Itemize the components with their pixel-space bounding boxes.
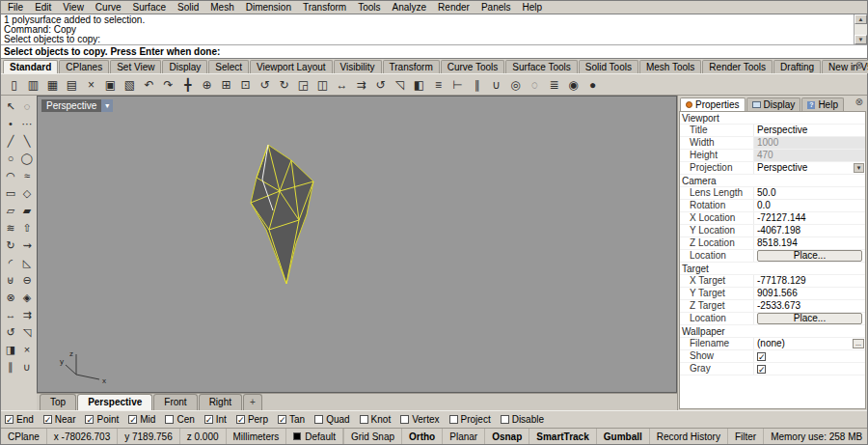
copy-object-icon[interactable]: ⇉ [352, 75, 370, 94]
checkbox[interactable] [757, 352, 766, 361]
osnap-checkbox[interactable] [43, 415, 52, 424]
osnap-mid[interactable]: Mid [128, 414, 155, 425]
ellipse-icon[interactable]: ◯ [19, 150, 36, 167]
toolbar-tab-curve-tools[interactable]: Curve Tools [441, 60, 505, 73]
offset-icon[interactable]: ≡ [429, 75, 448, 94]
split-icon[interactable]: ∥ [468, 75, 486, 94]
revolve-icon[interactable]: ↻ [3, 236, 19, 254]
scroll-down-icon[interactable]: ▼ [854, 35, 867, 44]
polygon-icon[interactable]: ◇ [19, 184, 36, 202]
cut-icon[interactable]: × [82, 75, 100, 94]
menu-help[interactable]: Help [517, 1, 549, 14]
fillet-icon[interactable]: ◜ [3, 254, 19, 271]
toolbar-tab-transform[interactable]: Transform [383, 60, 440, 73]
rotate-object-icon[interactable]: ↺ [371, 75, 390, 94]
dropdown-arrow-icon[interactable]: ▼ [854, 163, 864, 173]
viewport-tab-top[interactable]: Top [40, 394, 76, 410]
property-value[interactable]: -77178.129 [753, 275, 865, 287]
lock-objects-icon[interactable]: ≣ [545, 75, 563, 94]
boolean-intersection-icon[interactable]: ⊗ [3, 289, 19, 306]
property-value[interactable]: Perspective [753, 125, 865, 136]
osnap-checkbox[interactable] [5, 415, 14, 424]
toolbar-tab-standard[interactable]: Standard [3, 60, 58, 73]
zoom-dynamic-icon[interactable]: ⊕ [198, 75, 216, 94]
surface-icon[interactable]: ▱ [3, 202, 19, 219]
menu-file[interactable]: File [2, 1, 29, 14]
sweep-icon[interactable]: ⇝ [19, 236, 36, 254]
menu-view[interactable]: View [57, 1, 90, 14]
toolbar-tab-select[interactable]: Select [208, 60, 249, 73]
status-filter[interactable]: Filter [728, 429, 764, 444]
rotate-view-icon[interactable]: ↻ [275, 75, 293, 94]
rectangle-icon[interactable]: ▭ [3, 184, 19, 202]
status-ortho[interactable]: Ortho [402, 429, 443, 444]
status-cplane[interactable]: CPlane [1, 429, 47, 444]
command-prompt[interactable]: Select objects to copy. Press Enter when… [1, 45, 867, 58]
toolbar-tab-solid-tools[interactable]: Solid Tools [579, 60, 638, 73]
mirror-object-icon[interactable]: ◨ [3, 341, 19, 358]
viewport-tab-front[interactable]: Front [153, 394, 197, 410]
property-value[interactable]: 9091.566 [753, 288, 865, 299]
line-icon[interactable]: ╲ [19, 132, 36, 150]
perspective-viewport[interactable]: x y z Perspective ▼ [37, 96, 677, 393]
point-cloud-icon[interactable]: ⋯ [19, 115, 36, 132]
menu-analyze[interactable]: Analyze [387, 1, 433, 14]
osnap-checkbox[interactable] [278, 415, 286, 424]
osnap-checkbox[interactable] [501, 415, 509, 424]
osnap-point[interactable]: Point [85, 414, 119, 425]
object-properties-icon[interactable]: ◉ [564, 75, 583, 94]
freeform-curve-icon[interactable]: ≈ [19, 167, 36, 184]
pan-view-icon[interactable]: ╋ [178, 75, 197, 94]
osnap-checkbox[interactable] [360, 415, 368, 424]
osnap-checkbox[interactable] [204, 415, 213, 424]
scale-icon[interactable]: ◹ [19, 323, 36, 341]
property-value[interactable]: -4067.198 [753, 225, 865, 236]
menu-solid[interactable]: Solid [172, 1, 204, 14]
osnap-tan[interactable]: Tan [278, 414, 305, 425]
osnap-checkbox[interactable] [85, 415, 94, 424]
menu-curve[interactable]: Curve [90, 1, 127, 14]
move-object-icon[interactable]: ↔ [3, 306, 19, 323]
osnap-checkbox[interactable] [449, 415, 458, 424]
paste-icon[interactable]: ▧ [121, 75, 139, 94]
deselect-all-icon[interactable]: ◌ [19, 97, 36, 115]
osnap-checkbox[interactable] [165, 415, 174, 424]
menu-surface[interactable]: Surface [127, 1, 172, 14]
zoom-extents-icon[interactable]: ⊡ [236, 75, 255, 94]
menu-edit[interactable]: Edit [29, 1, 57, 14]
menu-dimension[interactable]: Dimension [240, 1, 297, 14]
hide-objects-icon[interactable]: ◌ [526, 75, 544, 94]
status-millimeters[interactable]: Millimeters [227, 429, 287, 444]
status-planar[interactable]: Planar [443, 429, 485, 444]
osnap-checkbox[interactable] [400, 415, 409, 424]
new-viewport-tab[interactable]: + [243, 394, 262, 410]
property-value[interactable]: 50.0 [753, 187, 865, 199]
render-icon[interactable]: ● [583, 75, 602, 94]
osnap-quad[interactable]: Quad [314, 414, 349, 425]
named-views-icon[interactable]: ◫ [313, 75, 332, 94]
property-value[interactable]: (none)... [753, 338, 865, 349]
rotate-icon[interactable]: ↺ [3, 323, 19, 341]
set-view-icon[interactable]: ◲ [294, 75, 312, 94]
save-file-icon[interactable]: ▦ [43, 75, 62, 94]
open-file-icon[interactable]: ▥ [24, 75, 42, 94]
toolbar-tab-render-tools[interactable]: Render Tools [702, 60, 773, 73]
copy-to-clipboard-icon[interactable]: ▣ [101, 75, 120, 94]
place-button[interactable]: Place... [757, 313, 862, 324]
toolbar-tab-mesh-tools[interactable]: Mesh Tools [639, 60, 701, 73]
boolean-difference-icon[interactable]: ⊖ [19, 271, 36, 289]
undo-icon[interactable]: ↶ [140, 75, 158, 94]
osnap-knot[interactable]: Knot [360, 414, 392, 425]
osnap-disable[interactable]: Disable [501, 414, 544, 425]
osnap-project[interactable]: Project [449, 414, 491, 425]
place-button[interactable]: Place... [757, 250, 862, 262]
trim-object-icon[interactable]: × [19, 341, 36, 358]
toolbar-tab-viewport-layout[interactable]: Viewport Layout [250, 60, 333, 73]
status-gumball[interactable]: Gumball [597, 429, 650, 444]
polyline-icon[interactable]: ╱ [3, 132, 19, 150]
panel-tab-display[interactable]: Display [746, 97, 801, 111]
scroll-up-icon[interactable]: ▲ [854, 14, 867, 24]
osnap-int[interactable]: Int [204, 414, 227, 425]
split-object-icon[interactable]: ∥ [3, 358, 19, 375]
mesh-icon[interactable]: ◈ [19, 289, 36, 306]
